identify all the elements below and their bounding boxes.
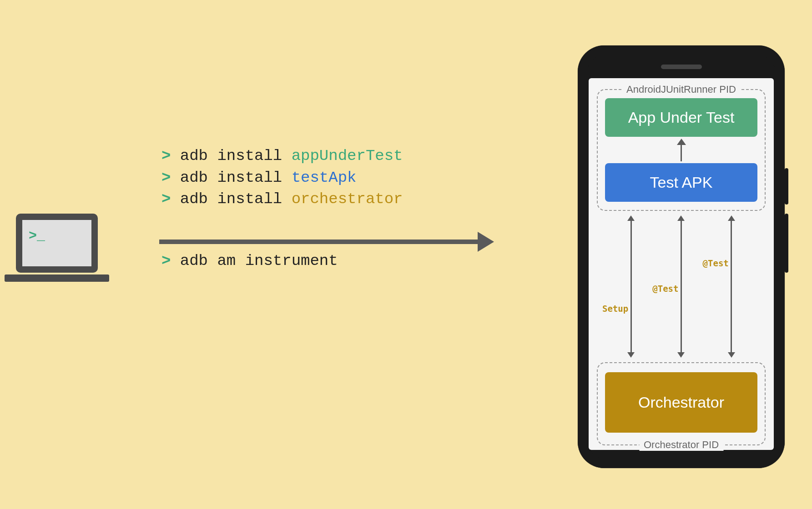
runner-pid-group: AndroidJUnitRunner PID App Under Test Te…	[597, 89, 766, 211]
arrow-right	[159, 232, 494, 252]
cmd-line-1: > adb install appUnderTest	[161, 145, 403, 167]
prompt: >	[161, 147, 171, 165]
phone-screen: AndroidJUnitRunner PID App Under Test Te…	[589, 78, 774, 450]
laptop-base	[5, 274, 109, 282]
phone-device: AndroidJUnitRunner PID App Under Test Te…	[578, 45, 785, 468]
arrow-up-icon	[605, 139, 757, 161]
phone-power-button	[785, 168, 788, 205]
commands-block-2: > adb am instrument	[161, 252, 338, 269]
flow-setup: Setup	[627, 215, 635, 358]
phone-speaker	[661, 65, 702, 69]
cmd-arg-app: appUnderTest	[292, 147, 403, 165]
cmd-arg-orchestrator: orchestrator	[292, 190, 403, 208]
flows-area: Setup @Test @Test	[597, 211, 766, 363]
app-under-test-box: App Under Test	[605, 98, 757, 137]
phone-inner: AndroidJUnitRunner PID App Under Test Te…	[587, 55, 776, 459]
phone-volume-button	[785, 214, 788, 273]
orchestrator-pid-group: Orchestrator Orchestrator PID	[597, 362, 766, 445]
flow-label-test1: @Test	[652, 284, 678, 294]
cmd-text: adb install	[180, 147, 282, 165]
cmd-line-3: > adb install orchestrator	[161, 189, 403, 210]
cmd-arg-testapk: testApk	[292, 169, 357, 186]
cmd-text: adb install	[180, 169, 282, 186]
orchestrator-pid-label: Orchestrator PID	[639, 439, 723, 451]
flow-label-setup: Setup	[602, 304, 628, 314]
laptop-screen: >_	[16, 214, 98, 273]
cmd-line-2: > adb install testApk	[161, 167, 403, 189]
orchestrator-box: Orchestrator	[605, 372, 757, 433]
cmd-line-4: > adb am instrument	[161, 252, 338, 269]
cmd-text: adb am instrument	[180, 252, 338, 269]
test-apk-box: Test APK	[605, 163, 757, 202]
flow-test-1: @Test	[677, 215, 685, 358]
runner-pid-label: AndroidJUnitRunner PID	[622, 84, 741, 95]
laptop-icon: >_	[16, 214, 109, 282]
laptop-prompt: >_	[29, 228, 45, 244]
arrow-head	[478, 232, 494, 252]
flow-label-test2: @Test	[703, 258, 729, 268]
prompt: >	[161, 252, 171, 269]
commands-block: > adb install appUnderTest > adb install…	[161, 145, 403, 210]
prompt: >	[161, 169, 171, 186]
prompt: >	[161, 190, 171, 208]
arrow-line	[159, 240, 478, 244]
cmd-text: adb install	[180, 190, 282, 208]
flow-test-2: @Test	[728, 215, 735, 358]
